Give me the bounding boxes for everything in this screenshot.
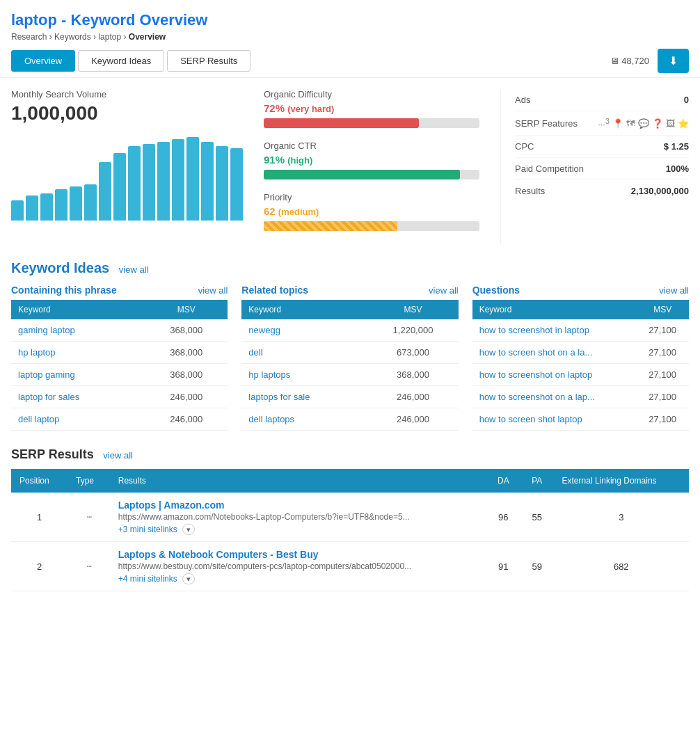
serp-view-all[interactable]: view all	[103, 450, 133, 461]
list-item: newegg1,220,000	[241, 319, 458, 342]
containing-col-keyword: Keyword	[11, 300, 145, 319]
keyword-ideas-title: Keyword Ideas	[11, 260, 109, 276]
keyword-cell[interactable]: hp laptops	[241, 364, 367, 386]
organic-difficulty-metric: Organic Difficulty 72% (very hard)	[264, 89, 479, 128]
msv-cell: 27,100	[636, 364, 689, 386]
keyword-cell[interactable]: gaming laptop	[11, 319, 145, 342]
location-icon: 📍	[612, 118, 623, 129]
serp-da: 96	[486, 493, 520, 542]
table-row: 1 ··· Laptops | Amazon.com https://www.a…	[11, 493, 689, 542]
chart-bar	[143, 144, 155, 221]
priority-label: Priority	[264, 192, 479, 202]
msv-cell: 246,000	[367, 386, 458, 408]
keyword-cell[interactable]: how to screen shot on a la...	[472, 342, 637, 364]
priority-bar-fill	[264, 221, 397, 231]
sitelinks-link[interactable]: +3 mini sitelinks ▾	[118, 525, 478, 534]
keyword-cell[interactable]: how to screenshot on a lap...	[472, 386, 637, 408]
serp-col-da: DA	[486, 469, 520, 493]
keyword-cell[interactable]: laptop gaming	[11, 364, 145, 386]
tab-overview[interactable]: Overview	[11, 50, 75, 72]
results-label: Results	[515, 186, 545, 196]
containing-table: Keyword MSV gaming laptop368,000hp lapto…	[11, 300, 228, 431]
list-item: hp laptop368,000	[11, 342, 228, 364]
keyword-cell[interactable]: laptops for sale	[241, 386, 367, 408]
serp-dots-icon: ···3	[598, 117, 610, 129]
related-view-all[interactable]: view all	[429, 285, 459, 296]
chart-bar	[230, 148, 243, 221]
related-topics-title: Related topics	[241, 285, 308, 296]
result-url: https://www.bestbuy.com/site/computers-p…	[118, 561, 478, 571]
tab-serp-results[interactable]: SERP Results	[167, 50, 250, 72]
keyword-ideas-view-all[interactable]: view all	[119, 264, 149, 275]
related-table: Keyword MSV newegg1,220,000dell673,000hp…	[241, 300, 458, 431]
questions-col-msv: MSV	[636, 300, 689, 319]
cpc-value: $ 1.25	[664, 141, 689, 152]
sitelinks-link[interactable]: +4 mini sitelinks ▾	[118, 574, 478, 584]
serp-results-title: SERP Results	[11, 447, 94, 462]
organic-difficulty-bar-fill	[264, 118, 419, 128]
msv-cell: 246,000	[145, 408, 228, 431]
containing-view-all[interactable]: view all	[198, 285, 228, 296]
serp-eld: 682	[554, 542, 689, 591]
questions-view-all[interactable]: view all	[659, 285, 689, 296]
star-icon: ⭐	[678, 118, 689, 129]
organic-difficulty-value: 72% (very hard)	[264, 102, 479, 114]
download-button[interactable]: ⬇	[658, 49, 689, 73]
page-header: laptop - Keyword Overview Research › Key…	[0, 0, 700, 45]
serp-pa: 55	[520, 493, 554, 542]
questions-table: Keyword MSV how to screenshot in laptop2…	[472, 300, 689, 431]
keyword-cell[interactable]: dell laptop	[11, 408, 145, 431]
list-item: dell673,000	[241, 342, 458, 364]
organic-ctr-bar-bg	[264, 170, 479, 179]
search-volume-chart	[11, 130, 243, 221]
list-item: how to screenshot in laptop27,100	[472, 319, 689, 342]
list-item: how to screen shot on a la...27,100	[472, 342, 689, 364]
chart-bar	[201, 142, 214, 221]
serp-pa: 59	[520, 542, 554, 591]
serp-col-position: Position	[11, 469, 67, 493]
serp-results-section: SERP Results view all Position Type Resu…	[0, 436, 700, 602]
serp-position: 1	[11, 493, 67, 542]
chart-bar	[113, 153, 126, 221]
list-item: how to screenshot on a lap...27,100	[472, 386, 689, 408]
top-bar: Overview Keyword Ideas SERP Results 🖥 48…	[0, 45, 700, 78]
keyword-cell[interactable]: dell laptops	[241, 408, 367, 431]
keyword-cell[interactable]: how to screenshot on laptop	[472, 364, 637, 386]
keyword-cell[interactable]: how to screen shot laptop	[472, 408, 637, 431]
priority-bar-bg	[264, 221, 479, 231]
serp-type: ···	[67, 542, 110, 591]
cpc-row: CPC $ 1.25	[515, 136, 689, 158]
keyword-cell[interactable]: how to screenshot in laptop	[472, 319, 637, 342]
chart-bar	[172, 139, 184, 221]
serp-result: Laptops & Notebook Computers - Best Buy …	[110, 542, 486, 591]
table-row: 2 ··· Laptops & Notebook Computers - Bes…	[11, 542, 689, 591]
ads-label: Ads	[515, 95, 530, 105]
organic-ctr-bar-fill	[264, 170, 460, 179]
chart-bar	[128, 146, 141, 221]
organic-ctr-metric: Organic CTR 91% (high)	[264, 141, 479, 179]
chat-icon: 💬	[638, 118, 649, 129]
map-icon: 🗺	[626, 118, 635, 129]
result-url: https://www.amazon.com/Notebooks-Laptop-…	[118, 512, 478, 522]
chart-bar	[84, 184, 97, 221]
msv-cell: 673,000	[367, 342, 458, 364]
serp-type: ···	[67, 493, 110, 542]
msv-value: 1,000,000	[11, 102, 243, 125]
serp-result: Laptops | Amazon.com https://www.amazon.…	[110, 493, 486, 542]
breadcrumb: Research › Keywords › laptop › Overview	[11, 32, 689, 42]
msv-chart-panel: Monthly Search Volume 1,000,000	[11, 89, 243, 243]
list-item: gaming laptop368,000	[11, 319, 228, 342]
keyword-cell[interactable]: dell	[241, 342, 367, 364]
tab-keyword-ideas[interactable]: Keyword Ideas	[78, 50, 164, 72]
serp-col-type: Type	[67, 469, 110, 493]
keyword-cell[interactable]: hp laptop	[11, 342, 145, 364]
result-title[interactable]: Laptops & Notebook Computers - Best Buy	[118, 549, 478, 560]
metrics-panel: Organic Difficulty 72% (very hard) Organ…	[264, 89, 479, 243]
question-icon: ❓	[652, 118, 663, 129]
breadcrumb-laptop: laptop	[98, 32, 121, 42]
containing-col-msv: MSV	[145, 300, 228, 319]
serp-position: 2	[11, 542, 67, 591]
keyword-cell[interactable]: newegg	[241, 319, 367, 342]
result-title[interactable]: Laptops | Amazon.com	[118, 500, 478, 511]
keyword-cell[interactable]: laptop for sales	[11, 386, 145, 408]
